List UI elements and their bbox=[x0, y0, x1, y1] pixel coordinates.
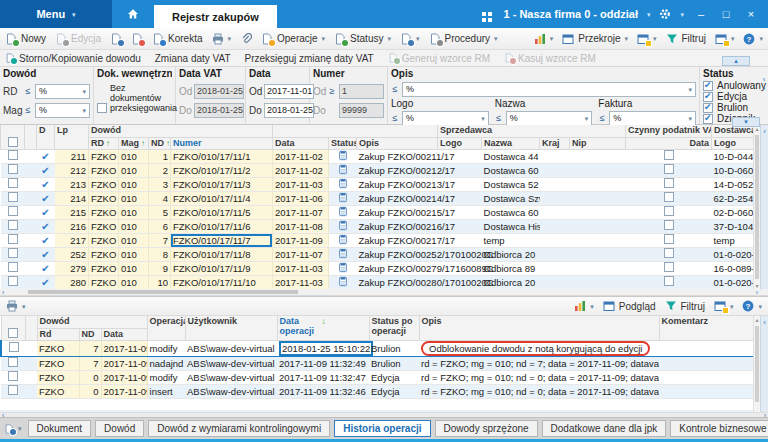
column-header-operacja[interactable]: Operacja bbox=[147, 316, 185, 340]
company-selector[interactable]: 1 - Nasza firma 0 - oddział bbox=[503, 8, 637, 20]
vat-checkbox[interactable] bbox=[664, 150, 674, 160]
table-row[interactable]: ✔216FZKO0106FZKO/010/17/11/62017-11-08Za… bbox=[1, 219, 754, 233]
mag-filter-combo[interactable]: %▾ bbox=[35, 103, 90, 118]
status-anulowany-checkbox[interactable] bbox=[703, 81, 713, 91]
select-all-checkbox[interactable] bbox=[8, 137, 18, 147]
row-checkbox[interactable] bbox=[8, 234, 18, 244]
column-header-dostawca-logo[interactable]: Logo bbox=[712, 137, 754, 149]
row-checkbox[interactable] bbox=[8, 248, 18, 258]
status-dziennik-checkbox[interactable] bbox=[703, 114, 713, 124]
opis-filter-combo[interactable]: %▾ bbox=[402, 82, 696, 97]
change-vat-date-button[interactable]: Zmiana daty VAT bbox=[155, 53, 231, 64]
logo-filter-combo[interactable]: %▾ bbox=[402, 111, 489, 126]
post-vat-date-change-button[interactable]: Przeksięguj zmianę daty VAT bbox=[245, 53, 374, 64]
tab-kontrole-biznesowe[interactable]: Kontrole biznesowe bbox=[670, 420, 768, 437]
help-button[interactable]: ▾ bbox=[743, 33, 763, 45]
history-preview-button[interactable]: Podgląd bbox=[603, 300, 656, 312]
vat-checkbox[interactable] bbox=[664, 276, 674, 286]
correction-button[interactable]: Korekta bbox=[152, 33, 202, 45]
layout-settings-button[interactable]: ▾ bbox=[715, 33, 735, 45]
column-header-nd[interactable]: ND bbox=[79, 328, 101, 340]
storno-copy-button[interactable]: Storno/Kopiowanie dowodu bbox=[5, 53, 141, 64]
rd-filter-combo[interactable]: %▾ bbox=[35, 84, 90, 99]
row-checkbox[interactable] bbox=[8, 276, 18, 286]
column-header-kraj[interactable]: Kraj bbox=[540, 137, 570, 149]
row-checkbox[interactable] bbox=[8, 220, 18, 230]
minimize-button[interactable]: – bbox=[693, 8, 709, 20]
vat-checkbox[interactable] bbox=[664, 192, 674, 202]
vat-checkbox[interactable] bbox=[664, 220, 674, 230]
scroll-right-icon[interactable]: › bbox=[764, 412, 766, 419]
row-checkbox[interactable] bbox=[8, 371, 18, 381]
bez-dokumentow-checkbox[interactable] bbox=[97, 103, 107, 113]
collapse-panel-handle[interactable]: ‹ bbox=[760, 316, 768, 412]
row-checkbox[interactable] bbox=[8, 206, 18, 216]
column-header-d[interactable]: D bbox=[37, 125, 55, 149]
tab-dowod-z-wymiarami[interactable]: Dowód z wymiarami kontrolingowymi bbox=[148, 420, 330, 437]
column-header-opis[interactable]: Opis bbox=[419, 316, 659, 340]
vat-checkbox[interactable] bbox=[664, 164, 674, 174]
scrollbar-thumb[interactable] bbox=[28, 290, 298, 294]
table-row[interactable]: ✔214FZKO0104FZKO/010/17/11/42017-11-06Za… bbox=[1, 191, 754, 205]
status-brulion-checkbox[interactable] bbox=[703, 103, 713, 113]
vertical-scrollbar[interactable]: ▴▾ bbox=[753, 125, 760, 289]
column-header-uzytkownik[interactable]: Użytkownik bbox=[185, 316, 277, 340]
table-row[interactable]: ✔280FZKO01010FZKO/010/17/11/102017-11-03… bbox=[1, 275, 754, 289]
table-row[interactable]: ✔212FZKO0102FZKO/010/17/11/22017-11-02Za… bbox=[1, 163, 754, 177]
column-header-nd[interactable]: ND↑ bbox=[149, 137, 171, 149]
tab-options-button[interactable]: ▾ bbox=[4, 424, 22, 434]
scroll-right-icon[interactable]: › bbox=[756, 289, 758, 296]
data-od-field[interactable]: 2017-11-01 bbox=[264, 84, 314, 99]
home-tab[interactable] bbox=[112, 0, 154, 28]
filter-side-scroll[interactable]: ‹› bbox=[760, 67, 768, 124]
data-vat-do-field[interactable]: 2018-01-25 bbox=[194, 103, 244, 118]
preview-document-button[interactable] bbox=[110, 33, 122, 45]
generate-rm-templates-button[interactable]: Generuj wzorce RM bbox=[388, 53, 490, 64]
vertical-scrollbar[interactable]: ▴ bbox=[753, 316, 760, 412]
row-checkbox[interactable] bbox=[8, 150, 18, 160]
new-button[interactable]: Nowy bbox=[5, 33, 46, 45]
column-header-nip[interactable]: Nip bbox=[570, 137, 626, 149]
row-checkbox[interactable] bbox=[8, 385, 18, 395]
row-checkbox[interactable] bbox=[8, 178, 18, 188]
vat-checkbox[interactable] bbox=[664, 178, 674, 188]
views-button[interactable]: Przekroje▾ bbox=[562, 33, 628, 45]
close-button[interactable]: × bbox=[743, 8, 759, 20]
column-header-opis[interactable]: Opis bbox=[357, 137, 438, 149]
table-row selected[interactable]: ✔217FZKO0107FZKO/010/17/11/72017-11-09Za… bbox=[1, 233, 754, 247]
vat-checkbox[interactable] bbox=[664, 262, 674, 272]
gear-icon[interactable] bbox=[659, 8, 671, 20]
column-header-komentarz[interactable]: Komentarz bbox=[659, 316, 754, 340]
history-horizontal-scrollbar[interactable]: ‹ › bbox=[0, 412, 768, 417]
operations-button[interactable]: Operacje▾ bbox=[261, 33, 325, 45]
table-row[interactable]: ✔252FZKO0108FZKO/010/17/11/82017-11-07Za… bbox=[1, 247, 754, 261]
menu-button[interactable]: Menu▾ bbox=[0, 0, 112, 28]
column-header-mag[interactable]: Mag↑ bbox=[119, 137, 149, 149]
related-documents-button[interactable]: ▾ bbox=[400, 33, 420, 45]
column-header-numer[interactable]: Numer bbox=[171, 137, 273, 149]
numer-od-field[interactable]: 1 bbox=[339, 84, 384, 99]
table-row[interactable]: ✔213FZKO0103FZKO/010/17/11/32017-11-03Za… bbox=[1, 177, 754, 191]
column-header-status-po[interactable]: Status po operacji bbox=[369, 316, 419, 340]
history-help-button[interactable]: ▾ bbox=[742, 300, 762, 312]
tab-dodatkowe-dane-jpk[interactable]: Dodatkowe dane dla jpk bbox=[542, 420, 667, 437]
delete-document-button[interactable] bbox=[131, 33, 143, 45]
tab-historia-operacji[interactable]: Historia operacji bbox=[334, 420, 430, 437]
collapse-panel-handle[interactable]: ‹ bbox=[760, 125, 768, 289]
statuses-button[interactable]: Statusy▾ bbox=[334, 33, 391, 45]
history-row selected[interactable]: FZKO 7 2017-11-09 modify ABS\waw-dev-vir… bbox=[1, 340, 754, 356]
history-layout-settings-button[interactable]: ▾ bbox=[714, 300, 734, 312]
table-row[interactable]: ✔215FZKO0105FZKO/010/17/11/52017-11-07Za… bbox=[1, 205, 754, 219]
column-header-rd[interactable]: RD↑ bbox=[89, 137, 119, 149]
column-header-status[interactable]: Status bbox=[329, 137, 357, 149]
tab-dokument[interactable]: Dokument bbox=[28, 420, 92, 437]
horizontal-scrollbar[interactable]: ‹ › bbox=[0, 289, 768, 296]
view-settings-button[interactable]: ▾ bbox=[637, 33, 657, 45]
column-header-data-operacji[interactable]: Data operacji↓ bbox=[277, 316, 369, 340]
status-edycja-checkbox[interactable] bbox=[703, 92, 713, 102]
collapse-filters-button[interactable]: ▴ bbox=[722, 56, 750, 66]
table-row[interactable]: ✔211FZKO0101FZKO/010/17/11/12017-11-02Za… bbox=[1, 149, 754, 163]
column-header-data[interactable]: Data bbox=[101, 328, 147, 340]
history-row[interactable]: FZKO 0 2017-11-09 modify ABS\waw-dev-vir… bbox=[1, 370, 754, 384]
tab-dowody-sprzezone[interactable]: Dowody sprzężone bbox=[435, 420, 538, 437]
